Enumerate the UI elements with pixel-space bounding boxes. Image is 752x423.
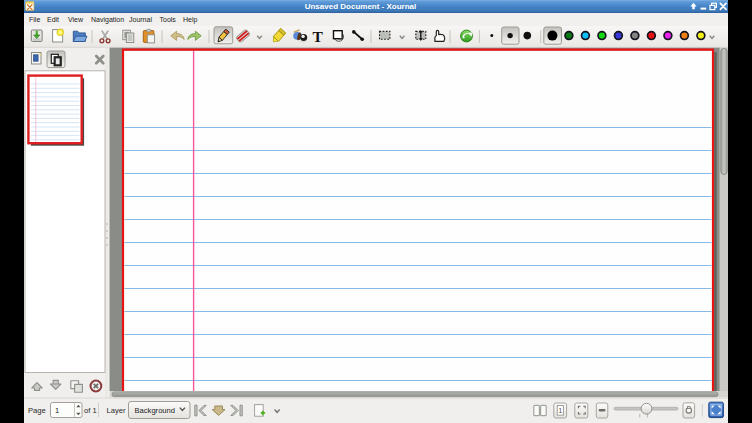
svg-text:Tools: Tools (160, 16, 177, 23)
svg-text:Page: Page (28, 406, 46, 415)
svg-text:of 1: of 1 (84, 406, 97, 415)
svg-text:1: 1 (558, 407, 562, 414)
svg-text:View: View (68, 16, 84, 23)
svg-text:Navigation: Navigation (91, 16, 124, 24)
svg-text:T: T (312, 28, 323, 45)
svg-text:Layer: Layer (107, 406, 126, 415)
svg-text:1: 1 (55, 406, 59, 415)
svg-text:Unsaved Document - Xournal: Unsaved Document - Xournal (305, 2, 417, 11)
svg-text:Edit: Edit (47, 16, 59, 23)
svg-text:Help: Help (183, 16, 198, 24)
svg-text:Background: Background (135, 406, 176, 415)
svg-text:File: File (29, 16, 40, 23)
svg-text:Journal: Journal (129, 16, 152, 23)
